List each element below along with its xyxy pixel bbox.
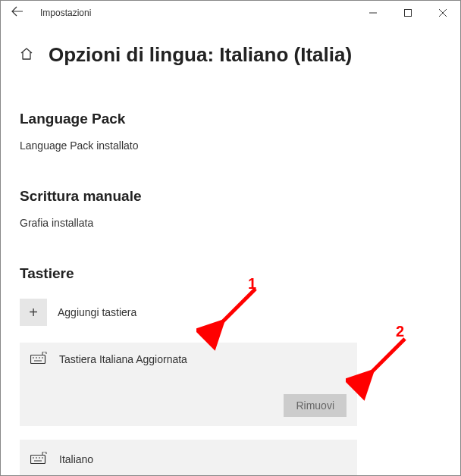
- svg-rect-2: [31, 355, 45, 364]
- keyboard-item[interactable]: Tastiera Italiana Aggiornata Rimuovi: [20, 343, 357, 426]
- close-button[interactable]: [425, 1, 460, 25]
- add-keyboard-button[interactable]: + Aggiungi tastiera: [20, 296, 441, 329]
- keyboard-icon: [30, 352, 47, 367]
- language-pack-status: Language Pack installato: [20, 139, 441, 152]
- keyboard-item[interactable]: Italiano: [20, 440, 357, 476]
- minimize-button[interactable]: [356, 1, 390, 25]
- section-title-handwriting: Scrittura manuale: [20, 188, 441, 205]
- keyboard-icon: [30, 452, 47, 467]
- handwriting-status: Grafia installata: [20, 217, 441, 229]
- home-icon[interactable]: [20, 47, 35, 64]
- app-title: Impostazioni: [40, 8, 91, 18]
- remove-keyboard-button[interactable]: Rimuovi: [284, 394, 347, 417]
- section-title-language-pack: Language Pack: [20, 111, 441, 127]
- page-title: Opzioni di lingua: Italiano (Italia): [49, 43, 352, 67]
- keyboard-name: Italiano: [59, 453, 93, 465]
- svg-rect-1: [405, 10, 412, 17]
- svg-rect-8: [31, 456, 45, 464]
- plus-icon: +: [20, 299, 47, 326]
- back-button[interactable]: [11, 6, 27, 20]
- maximize-button[interactable]: [390, 1, 425, 25]
- add-keyboard-label: Aggiungi tastiera: [58, 306, 136, 318]
- section-title-keyboards: Tastiere: [20, 265, 441, 282]
- keyboard-name: Tastiera Italiana Aggiornata: [59, 353, 187, 365]
